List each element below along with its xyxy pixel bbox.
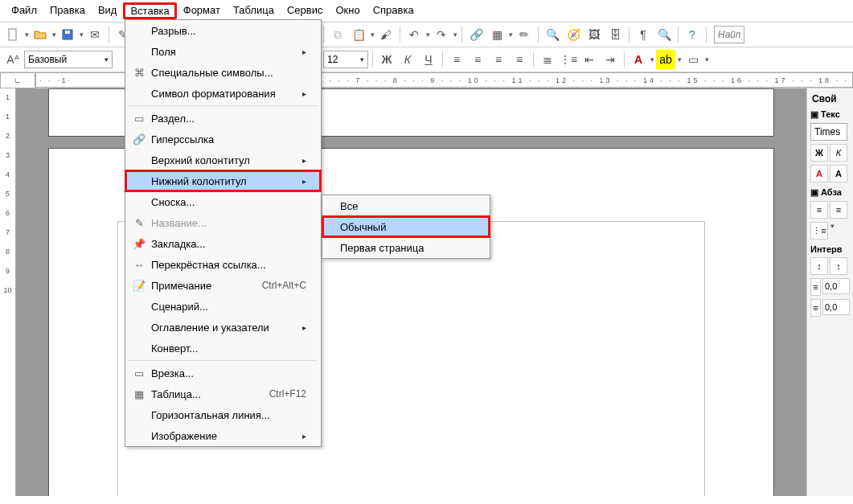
menu-item[interactable]: ↔Перекрёстная ссылка... (125, 254, 321, 275)
open-button[interactable] (31, 25, 50, 44)
menu-help[interactable]: Справка (367, 2, 420, 19)
menu-item[interactable]: Верхний колонтитул▸ (125, 150, 321, 170)
font-color-button[interactable]: A (629, 50, 648, 69)
menu-item-icon: 📝 (130, 280, 148, 292)
bullet-list-button[interactable]: ⋮≡ (559, 50, 578, 69)
bullet-button[interactable]: ⋮≡ (810, 222, 828, 240)
para-style-combo[interactable]: ▾ (24, 51, 113, 68)
menu-item[interactable]: Поля▸ (125, 41, 321, 62)
dropdown-icon[interactable]: ▾ (24, 31, 29, 39)
italic-button[interactable]: К (830, 144, 847, 162)
section-text: ▣ Текс (809, 106, 851, 121)
menu-item[interactable]: Разрыв... (125, 20, 321, 41)
menu-item[interactable]: 📝ПримечаниеCtrl+Alt+C (125, 275, 321, 296)
menu-item[interactable]: Символ форматирования▸ (125, 83, 321, 104)
above-para-icon: ≡ (810, 278, 821, 296)
submenu-item[interactable]: Все (322, 195, 490, 216)
menu-view[interactable]: Вид (92, 2, 124, 19)
bold-button[interactable]: Ж (810, 144, 828, 162)
below-para-icon: ≡ (810, 299, 821, 317)
menu-item[interactable]: Конверт... (125, 338, 321, 359)
nonprinting-button[interactable]: ¶ (634, 25, 653, 44)
menu-table[interactable]: Таблица (227, 2, 281, 19)
table-button[interactable]: ▦ (487, 25, 506, 44)
search-input[interactable] (718, 29, 740, 40)
navigator-button[interactable]: 🧭 (564, 25, 583, 44)
spacing-below-input[interactable] (822, 299, 850, 315)
format-paint-button[interactable]: 🖌 (376, 25, 396, 44)
paste-button[interactable]: 📋 (349, 25, 368, 44)
spacing-dec-button[interactable]: ↕ (810, 257, 828, 275)
indent-more-button[interactable]: ⇥ (601, 50, 620, 69)
menu-item[interactable]: ▭Врезка... (125, 363, 321, 383)
draw-button[interactable]: ✏ (515, 25, 534, 44)
new-doc-button[interactable] (3, 25, 23, 44)
menu-item-label: Перекрёстная ссылка... (148, 259, 306, 271)
sidebar-title: Свой (809, 92, 851, 106)
font-name-combo[interactable] (810, 123, 847, 141)
spacing-above-input[interactable] (822, 278, 850, 294)
styles-button[interactable]: Aᴬ (3, 50, 23, 69)
menu-item[interactable]: 🔗Гиперссылка (125, 129, 321, 150)
submenu-item[interactable]: Обычный (322, 216, 490, 237)
menu-item[interactable]: Изображение▸ (125, 425, 321, 446)
save-button[interactable] (58, 25, 77, 44)
font-size-input[interactable] (327, 54, 357, 65)
align-center-button[interactable]: ≡ (830, 201, 847, 219)
menu-item[interactable]: ⌘Специальные символы... (125, 62, 321, 83)
menu-file[interactable]: Файл (5, 2, 43, 19)
menu-item-label: Горизонтальная линия... (148, 409, 306, 421)
vertical-ruler[interactable]: 112345678910 (0, 88, 16, 496)
align-center-button[interactable]: ≡ (468, 50, 487, 69)
dropdown-icon[interactable]: ▾ (357, 55, 364, 64)
align-left-button[interactable]: ≡ (810, 201, 828, 219)
gallery-button[interactable]: 🖼 (584, 25, 604, 44)
dropdown-icon[interactable]: ▾ (101, 55, 109, 64)
help-button[interactable]: ? (683, 25, 702, 44)
menu-item[interactable]: ▦Таблица...Ctrl+F12 (125, 383, 321, 404)
copy-button[interactable]: ⧉ (328, 25, 347, 44)
bgcolor-button[interactable]: ▭ (683, 50, 703, 69)
underline-button[interactable]: Ч (419, 50, 438, 69)
italic-button[interactable]: К (398, 50, 417, 69)
menu-window[interactable]: Окно (329, 2, 366, 19)
find-button[interactable]: 🔍 (543, 25, 562, 44)
dropdown-icon[interactable]: ▾ (51, 31, 56, 39)
font-size-combo[interactable]: ▾ (323, 51, 368, 68)
search-box[interactable] (714, 26, 744, 43)
submenu-item[interactable]: Первая страница (322, 237, 490, 258)
menu-insert[interactable]: Вставка (123, 2, 176, 19)
hyperlink-button[interactable]: 🔗 (466, 25, 486, 44)
menu-item[interactable]: Оглавление и указатели▸ (125, 317, 321, 338)
menu-item-icon: ▭ (130, 113, 148, 125)
menu-item-label: Конверт... (148, 342, 306, 354)
menu-item[interactable]: Нижний колонтитул▸ (125, 170, 321, 191)
undo-button[interactable]: ↶ (404, 25, 424, 44)
align-right-button[interactable]: ≡ (489, 50, 508, 69)
fontcolor2-button[interactable]: A (830, 165, 847, 182)
menu-item[interactable]: ▭Раздел... (125, 108, 321, 129)
menu-tools[interactable]: Сервис (281, 2, 330, 19)
menu-item[interactable]: Сценарий... (125, 296, 321, 317)
menu-item[interactable]: ✎Название... (125, 212, 321, 233)
menu-item[interactable]: 📌Закладка... (125, 233, 321, 254)
datasources-button[interactable]: 🗄 (605, 25, 625, 44)
menu-item[interactable]: Горизонтальная линия... (125, 404, 321, 425)
menu-format[interactable]: Формат (177, 2, 227, 19)
align-justify-button[interactable]: ≡ (510, 50, 529, 69)
numbered-list-button[interactable]: ≣ (538, 50, 557, 69)
indent-less-button[interactable]: ⇤ (580, 50, 599, 69)
bold-button[interactable]: Ж (377, 50, 396, 69)
para-style-input[interactable] (28, 54, 101, 65)
spacing-inc-button[interactable]: ↕ (830, 257, 847, 275)
zoom-button[interactable]: 🔍 (654, 25, 674, 44)
fontcolor-button[interactable]: A (810, 165, 828, 182)
submenu-arrow-icon: ▸ (302, 323, 306, 332)
redo-button[interactable]: ↷ (432, 25, 451, 44)
highlight-button[interactable]: ab (656, 50, 675, 69)
align-left-button[interactable]: ≡ (447, 50, 466, 69)
email-button[interactable]: ✉ (85, 25, 105, 44)
menu-edit[interactable]: Правка (43, 2, 92, 19)
menu-item[interactable]: Сноска... (125, 191, 321, 212)
dropdown-icon[interactable]: ▾ (79, 31, 84, 39)
